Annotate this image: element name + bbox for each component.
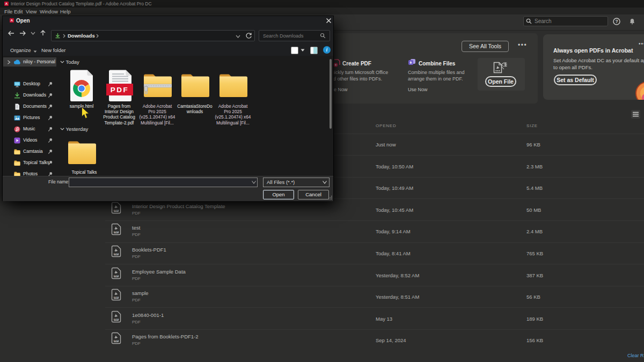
svg-text:PDF: PDF — [111, 86, 129, 94]
svg-text:PDF: PDF — [114, 210, 118, 212]
svg-text:PDF: PDF — [114, 297, 118, 299]
svg-text:PDF: PDF — [114, 341, 118, 343]
svg-text:PDF: PDF — [114, 232, 118, 234]
svg-text:PDF: PDF — [114, 275, 118, 277]
svg-text:PDF: PDF — [114, 253, 118, 255]
svg-text:?: ? — [615, 19, 618, 24]
svg-text:PDF: PDF — [114, 319, 118, 321]
